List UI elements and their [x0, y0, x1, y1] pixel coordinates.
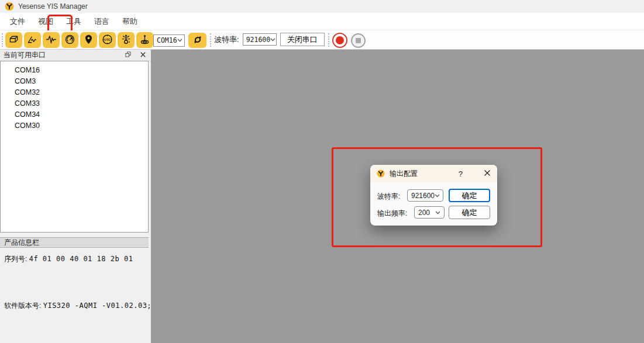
svg-text:UTC: UTC — [104, 37, 111, 41]
toolbar-separator — [210, 33, 211, 47]
dock-header: 当前可用串口 — [0, 50, 151, 61]
dialog-help-button[interactable]: ? — [459, 169, 463, 178]
baud-rate-select[interactable]: 921600 — [243, 33, 277, 46]
record-button[interactable] — [332, 33, 347, 48]
toolbar-separator — [2, 33, 3, 47]
dock-close-button[interactable] — [140, 51, 146, 60]
menu-bar: 文件 视图 工具 语言 帮助 — [0, 13, 644, 30]
available-ports-list: COM16 COM3 COM32 COM33 COM34 COM30 — [0, 61, 149, 233]
baud-toolbar-group: 波特率: 921600 关闭串口 — [214, 33, 325, 46]
location-pin-icon — [82, 33, 95, 47]
angle-waveform-icon — [26, 33, 39, 47]
dock-title: 当前可用串口 — [4, 50, 116, 60]
serial-number-label: 序列号: — [4, 255, 27, 263]
utc-clock-button[interactable]: UTC — [99, 32, 116, 48]
chevron-down-icon — [435, 211, 440, 214]
dialog-output-rate-ok-button[interactable]: 确定 — [449, 206, 490, 219]
pressure-probe-icon — [139, 33, 151, 47]
stop-icon — [356, 38, 361, 43]
window-title: Yesense YIS Manager — [18, 2, 88, 11]
port-list-item[interactable]: COM3 — [1, 76, 148, 87]
vibration-waveform-button[interactable] — [43, 32, 60, 48]
dialog-output-rate-value: 200 — [418, 209, 430, 217]
product-info-header: 产品信息栏 — [0, 237, 149, 248]
dialog-baud-rate-select[interactable]: 921600 — [407, 189, 443, 202]
angle-waveform-button[interactable] — [24, 32, 41, 48]
software-version-label: 软件版本号: — [4, 302, 41, 310]
port-list-item[interactable]: COM33 — [1, 98, 148, 109]
dialog-output-rate-select[interactable]: 200 — [414, 206, 445, 219]
close-serial-port-button[interactable]: 关闭串口 — [280, 33, 325, 46]
utc-clock-icon: UTC — [101, 33, 113, 47]
float-window-icon — [125, 51, 132, 60]
menu-view[interactable]: 视图 — [32, 14, 60, 29]
toolbar: UTC COM16 波特率: 921600 关闭串口 — [0, 30, 644, 50]
yesense-logo-icon — [377, 169, 385, 178]
dock-float-button[interactable] — [125, 51, 132, 60]
gauge-button[interactable] — [61, 32, 78, 48]
refresh-icon — [192, 34, 204, 47]
close-icon — [140, 51, 146, 60]
port-select-value: COM16 — [157, 36, 177, 44]
port-select[interactable]: COM16 — [153, 34, 185, 47]
dialog-baud-ok-button[interactable]: 确定 — [449, 189, 490, 202]
yesense-logo-icon — [5, 2, 14, 11]
output-config-dialog: 输出配置 ? 波特率: 921600 确定 输出频率: 200 确定 — [370, 165, 497, 226]
menu-help[interactable]: 帮助 — [116, 14, 144, 29]
port-list-item[interactable]: COM32 — [1, 87, 148, 98]
dialog-baud-rate-value: 921600 — [411, 192, 435, 200]
vibration-waveform-icon — [45, 33, 57, 47]
chevron-down-icon — [270, 38, 275, 41]
serial-number-row: 序列号: 4f 01 00 40 01 18 2b 01 — [4, 254, 133, 264]
toolbar-separator — [328, 33, 329, 47]
location-button[interactable] — [80, 32, 97, 48]
record-toolbar-group — [332, 33, 366, 48]
menu-language[interactable]: 语言 — [88, 14, 116, 29]
software-version-row: 软件版本号: YIS320 -AQMI -V01.02.03; — [4, 301, 151, 311]
serial-number-value: 4f 01 00 40 01 18 2b 01 — [29, 255, 133, 263]
app-window: Yesense YIS Manager 文件 视图 工具 语言 帮助 — [0, 0, 644, 343]
menu-file[interactable]: 文件 — [4, 14, 32, 29]
refresh-ports-button[interactable] — [188, 33, 206, 48]
chevron-down-icon — [177, 39, 182, 42]
stop-button[interactable] — [351, 33, 366, 48]
baud-rate-label: 波特率: — [214, 34, 239, 45]
temperature-button[interactable] — [118, 32, 135, 48]
port-list-item[interactable]: COM34 — [1, 109, 148, 120]
port-list-item[interactable]: COM30 — [1, 120, 148, 131]
gauge-icon — [64, 33, 76, 47]
3d-box-button[interactable] — [5, 32, 22, 48]
dialog-close-button[interactable] — [484, 169, 491, 178]
record-icon — [336, 36, 344, 44]
port-list-item[interactable]: COM16 — [1, 65, 148, 76]
dialog-output-rate-label: 输出频率: — [377, 209, 407, 219]
chevron-down-icon — [435, 194, 440, 198]
dialog-title: 输出配置 — [390, 169, 418, 179]
dialog-title-bar: 输出配置 ? — [370, 165, 497, 182]
serial-port-dock-panel: 当前可用串口 COM16 COM3 COM32 COM33 COM34 COM3… — [0, 50, 151, 343]
3d-box-icon — [8, 33, 20, 47]
software-version-value: YIS320 -AQMI -V01.02.03; — [43, 302, 151, 310]
close-icon — [484, 169, 491, 178]
sensor-toolbar-group: UTC — [5, 32, 153, 48]
menu-tools[interactable]: 工具 — [60, 14, 88, 29]
title-bar: Yesense YIS Manager — [0, 0, 644, 13]
pressure-button[interactable] — [136, 32, 153, 48]
thermometer-icon — [120, 33, 132, 47]
port-toolbar-group: COM16 — [153, 33, 206, 48]
dialog-baud-rate-label: 波特率: — [377, 192, 400, 202]
baud-rate-value: 921600 — [246, 36, 271, 44]
